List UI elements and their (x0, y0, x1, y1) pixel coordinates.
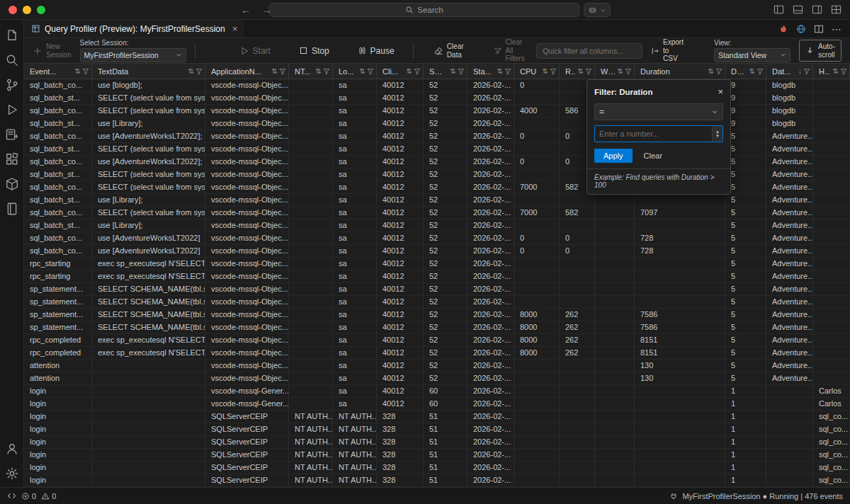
table-cell[interactable] (514, 385, 560, 398)
table-cell[interactable]: sa (333, 296, 377, 309)
table-cell[interactable]: blogdb (766, 92, 813, 105)
table-cell[interactable] (92, 462, 205, 474)
table-cell[interactable]: 40012 (377, 321, 424, 334)
table-cell[interactable]: vscode-mssql-Objec... (205, 130, 289, 143)
table-cell[interactable]: 1 (725, 436, 766, 449)
table-cell[interactable]: 7000 (514, 181, 560, 194)
table-cell[interactable] (289, 360, 333, 372)
table-cell[interactable]: 130 (635, 372, 725, 385)
table-cell[interactable]: use [AdventureWorksLT2022] (92, 232, 205, 245)
table-cell[interactable]: 40012 (377, 130, 424, 143)
table-cell[interactable] (289, 194, 333, 207)
table-cell[interactable]: 40012 (377, 105, 424, 118)
table-cell[interactable]: 2026-02-... (468, 207, 514, 219)
table-cell[interactable]: 2026-02-... (468, 156, 514, 168)
table-cell[interactable]: Adventure... (766, 245, 813, 258)
table-cell[interactable]: use [AdventureWorksLT2022]; (92, 130, 205, 143)
table-cell[interactable] (289, 118, 333, 130)
table-cell[interactable]: 8000 (514, 309, 560, 321)
table-cell[interactable]: 40012 (377, 283, 424, 296)
table-cell[interactable]: SELECT SCHEMA_NAME(tbl.sch... (92, 283, 205, 296)
table-cell[interactable]: vscode-mssql-Objec... (205, 92, 289, 105)
table-cell[interactable] (595, 360, 635, 372)
table-cell[interactable] (595, 334, 635, 347)
table-cell[interactable]: NT AUTH... (289, 436, 333, 449)
table-cell[interactable] (289, 168, 333, 181)
table-cell[interactable] (514, 436, 560, 449)
table-cell[interactable]: 2026-02-... (468, 334, 514, 347)
autoscroll-button[interactable]: Auto- scroll (799, 40, 842, 62)
table-cell[interactable]: 2026-02-... (468, 79, 514, 92)
table-cell[interactable]: 51 (424, 449, 468, 462)
table-cell[interactable]: 2026-02-... (468, 385, 514, 398)
table-cell[interactable] (560, 194, 595, 207)
table-cell[interactable] (595, 411, 635, 423)
table-cell[interactable]: use [AdventureWorksLT2022]; (92, 156, 205, 168)
table-cell[interactable]: 1 (725, 411, 766, 423)
table-cell[interactable]: 7586 (635, 309, 725, 321)
table-cell[interactable]: Adventure... (766, 283, 813, 296)
table-cell[interactable]: rpc_starting (24, 270, 92, 283)
table-cell[interactable]: SELECT (select value from sys.d... (92, 181, 205, 194)
table-cell[interactable]: blogdb (766, 118, 813, 130)
table-cell[interactable] (813, 207, 850, 219)
table-cell[interactable]: 262 (560, 309, 595, 321)
table-cell[interactable]: 1 (725, 449, 766, 462)
table-cell[interactable] (289, 232, 333, 245)
table-cell[interactable]: 2026-02-... (468, 296, 514, 309)
split-editor-icon[interactable] (814, 24, 824, 34)
table-cell[interactable]: 2026-02-... (468, 258, 514, 270)
table-cell[interactable]: 52 (424, 245, 468, 258)
table-cell[interactable]: use [Library]; (92, 219, 205, 232)
table-cell[interactable]: Adventure... (766, 347, 813, 360)
table-cell[interactable]: sql_batch_co... (24, 156, 92, 168)
table-cell[interactable]: sql_batch_co... (24, 105, 92, 118)
flame-icon[interactable] (778, 24, 788, 34)
table-cell[interactable] (289, 296, 333, 309)
table-cell[interactable]: sa (333, 194, 377, 207)
table-cell[interactable] (289, 105, 333, 118)
table-cell[interactable] (766, 398, 813, 411)
table-cell[interactable]: SELECT (select value from sys.d... (92, 207, 205, 219)
table-cell[interactable] (514, 219, 560, 232)
column-header[interactable]: CPU⇅ (514, 64, 560, 79)
table-cell[interactable]: SQLServerCEIP (205, 474, 289, 487)
table-cell[interactable]: 40012 (377, 270, 424, 283)
table-cell[interactable] (813, 258, 850, 270)
table-cell[interactable]: Adventure... (766, 334, 813, 347)
table-cell[interactable]: vscode-mssql-Objec... (205, 181, 289, 194)
number-spinner[interactable]: ▲ ▼ (712, 126, 722, 142)
table-cell[interactable] (514, 398, 560, 411)
table-cell[interactable]: 51 (424, 474, 468, 487)
table-cell[interactable] (92, 411, 205, 423)
column-header[interactable]: Cli...⇅ (377, 64, 424, 79)
column-header[interactable]: TextData⇅ (92, 64, 205, 79)
table-cell[interactable] (766, 474, 813, 487)
table-cell[interactable] (289, 245, 333, 258)
table-cell[interactable]: 40012 (377, 309, 424, 321)
column-header[interactable]: Event...⇅ (24, 64, 92, 79)
table-cell[interactable]: sql_co... (813, 436, 850, 449)
table-cell[interactable]: NT AUTH... (289, 462, 333, 474)
table-cell[interactable] (560, 296, 595, 309)
sort-icon[interactable]: ⇅ (450, 68, 456, 75)
column-header[interactable]: Dat...⇅ (725, 64, 766, 79)
table-cell[interactable] (289, 372, 333, 385)
table-row[interactable]: rpc_completedexec sp_executesql N'SELECT… (24, 347, 850, 360)
table-cell[interactable] (813, 156, 850, 168)
table-cell[interactable]: vscode-mssql-Objec... (205, 372, 289, 385)
table-cell[interactable] (289, 398, 333, 411)
spinner-down-icon[interactable]: ▼ (715, 134, 720, 138)
table-cell[interactable]: vscode-mssql-Objec... (205, 334, 289, 347)
table-cell[interactable] (595, 372, 635, 385)
table-cell[interactable] (595, 474, 635, 487)
table-cell[interactable]: 2026-02-... (468, 118, 514, 130)
clear-data-button[interactable]: Clear Data (434, 42, 464, 59)
table-cell[interactable] (635, 194, 725, 207)
table-cell[interactable]: 52 (424, 232, 468, 245)
table-cell[interactable]: 52 (424, 321, 468, 334)
table-cell[interactable]: sql_batch_co... (24, 232, 92, 245)
table-cell[interactable] (813, 232, 850, 245)
table-cell[interactable]: SQLServerCEIP (205, 423, 289, 436)
filter-icon[interactable] (367, 68, 374, 75)
